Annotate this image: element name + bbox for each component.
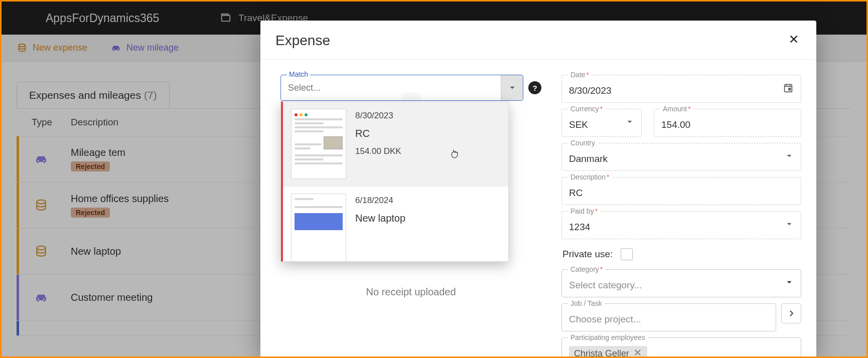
option-date: 8/30/2023	[355, 111, 401, 121]
svg-point-3	[113, 48, 114, 49]
svg-point-6	[43, 160, 45, 161]
close-button[interactable]	[786, 31, 801, 50]
match-option[interactable]: 8/30/2023 RC 154.00 DKK	[283, 102, 508, 187]
coins-icon	[17, 43, 28, 54]
brand: AppsForDynamics365	[2, 12, 203, 25]
match-input[interactable]	[281, 79, 501, 97]
coins-icon	[32, 198, 51, 213]
match-dropdown-toggle[interactable]	[501, 75, 523, 100]
no-receipt-text: No receipt uploaded	[280, 286, 541, 298]
option-name: RC	[355, 128, 401, 139]
participant-chip: Christa Geller	[569, 346, 647, 356]
chevron-right-icon	[787, 309, 796, 318]
new-mileage-link[interactable]: New mileage	[110, 43, 179, 54]
svg-point-5	[38, 160, 39, 161]
tab-expenses-mileages[interactable]: Expenses and mileages (7)	[17, 82, 170, 108]
svg-point-14	[43, 298, 45, 300]
wallet-icon	[220, 13, 231, 24]
svg-rect-0	[222, 16, 230, 22]
coins-icon	[32, 244, 51, 259]
close-icon	[633, 348, 642, 356]
svg-point-7	[37, 200, 46, 204]
caret-down-icon	[508, 83, 517, 92]
col-type[interactable]: Type	[32, 117, 71, 128]
caret-down-icon	[785, 220, 794, 229]
option-name: New laptop	[355, 213, 405, 224]
close-icon	[788, 34, 799, 45]
private-use-row: Private use:	[561, 245, 801, 263]
private-use-checkbox[interactable]	[621, 248, 633, 260]
job-open-button[interactable]	[781, 303, 801, 323]
caret-down-icon	[625, 117, 634, 126]
job-task-field[interactable]: Job / Task Choose project...	[561, 303, 776, 331]
match-dropdown: 8/30/2023 RC 154.00 DKK	[281, 101, 509, 262]
status-badge: Rejected	[71, 161, 110, 171]
svg-point-13	[38, 298, 39, 300]
option-amount: 154.00 DKK	[355, 146, 401, 156]
amount-field[interactable]: Amount* 154.00	[654, 109, 801, 137]
svg-point-4	[117, 48, 118, 49]
svg-point-2	[19, 44, 26, 47]
date-field[interactable]: Date* 8/30/2023	[561, 75, 801, 103]
match-label: Match	[287, 70, 310, 78]
paid-by-field[interactable]: Paid by* 1234	[561, 211, 801, 239]
svg-rect-1	[222, 14, 228, 16]
car-icon	[110, 43, 121, 54]
svg-rect-16	[789, 88, 791, 90]
modal-title: Expense	[275, 33, 330, 49]
currency-field[interactable]: Currency* SEK	[561, 109, 642, 137]
receipt-thumbnail	[291, 194, 346, 262]
modal-header: Expense	[260, 21, 816, 60]
receipt-thumbnail	[291, 109, 346, 179]
category-field[interactable]: Category* Select category...	[561, 269, 801, 297]
option-date: 6/18/2024	[355, 196, 405, 206]
caret-down-icon	[785, 151, 794, 160]
car-icon	[32, 152, 51, 167]
svg-point-10	[37, 246, 46, 250]
calendar-icon	[783, 82, 794, 93]
chip-remove[interactable]	[633, 348, 642, 356]
participants-field[interactable]: Participating employees Christa Geller	[561, 337, 801, 356]
caret-down-icon	[785, 278, 794, 287]
status-badge: Rejected	[71, 208, 110, 218]
expense-modal: Expense Match	[260, 21, 816, 356]
car-icon	[32, 290, 51, 305]
cursor-icon	[450, 149, 459, 161]
country-field[interactable]: Country Danmark	[561, 143, 801, 171]
help-icon[interactable]: ?	[528, 81, 541, 94]
description-field[interactable]: Description* RC	[561, 177, 801, 205]
match-option[interactable]: 6/18/2024 New laptop	[283, 187, 508, 262]
new-expense-link[interactable]: New expense	[17, 43, 87, 54]
